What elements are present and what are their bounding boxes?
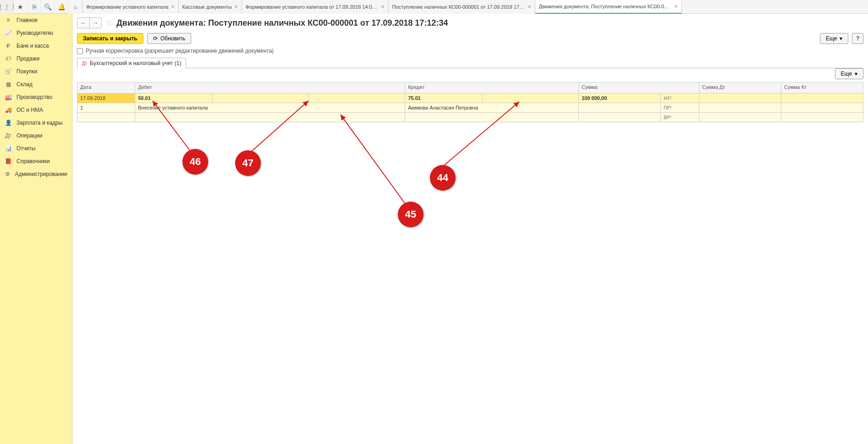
grid-more-button[interactable]: Еще ▾ <box>835 68 863 79</box>
manual-edit-label: Ручная корректировка (разрешает редактир… <box>86 48 274 54</box>
tab-2[interactable]: Формирование уставного капитала от 17.09… <box>242 0 389 14</box>
ruble-icon: ₽ <box>5 43 12 49</box>
cell-sum[interactable]: 100 000,00 <box>579 93 661 103</box>
annotation-47: 47 <box>235 150 261 176</box>
entries-table: Дата Дебет Кредит Сумма Сумма Дт Сумма К… <box>77 82 863 122</box>
sidebar-item-admin[interactable]: ⚙Администрирование <box>0 168 72 181</box>
factory-icon: 🏭 <box>5 94 12 100</box>
bell-icon[interactable]: 🔔 <box>55 0 69 14</box>
save-close-button[interactable]: Записать и закрыть <box>77 33 143 44</box>
page-title: Движения документа: Поступление наличных… <box>116 18 448 28</box>
star-icon[interactable]: ★ <box>14 0 27 14</box>
cart-icon: 🛒 <box>5 68 12 75</box>
sidebar-item-assets[interactable]: 🚚ОС и НМА <box>0 104 72 116</box>
favorite-star-icon[interactable]: ☆ <box>105 18 113 28</box>
book-icon: 📕 <box>5 158 12 164</box>
help-button[interactable]: ? <box>852 33 863 44</box>
tab-4[interactable]: Движения документа: Поступление наличных… <box>535 0 682 14</box>
menu-icon: ≡ <box>5 17 12 23</box>
sidebar-item-reports[interactable]: 📊Отчеты <box>0 142 72 155</box>
close-icon[interactable]: × <box>528 4 531 10</box>
refresh-icon: ⟳ <box>153 35 158 42</box>
annotation-45: 45 <box>398 202 423 227</box>
table-row[interactable]: ВР: <box>77 113 863 122</box>
forward-button[interactable]: → <box>89 18 101 28</box>
sidebar: ≡Главное 📈Руководителю ₽Банк и касса 🏷Пр… <box>0 14 72 444</box>
sidebar-item-operations[interactable]: ДтОперации <box>0 129 72 142</box>
tab-0[interactable]: Формирование уставного капитала× <box>82 0 179 14</box>
dtkt-small-icon: Дт <box>82 61 87 66</box>
table-row[interactable]: 17.09.2018 50.01 75.01 100 000,00 НУ: <box>77 93 863 103</box>
cell-vr: ВР: <box>661 113 699 122</box>
window-tabs: ⌂ Формирование уставного капитала× Кассо… <box>69 0 868 14</box>
cell-index: 1 <box>77 103 135 113</box>
chevron-down-icon: ▾ <box>855 71 857 77</box>
sidebar-item-salary[interactable]: 👤Зарплата и кадры <box>0 116 72 129</box>
table-row[interactable]: 1 Внесение уставного капитала Акимова Ан… <box>77 103 863 113</box>
chevron-down-icon: ▾ <box>840 35 842 42</box>
accounting-tab[interactable]: Дт Бухгалтерский и налоговый учет (1) <box>77 58 186 68</box>
dtkt-icon: Дт <box>5 132 12 139</box>
cell-credit-acc[interactable]: 75.01 <box>405 93 482 103</box>
sidebar-item-sales[interactable]: 🏷Продажи <box>0 52 72 65</box>
sidebar-item-main[interactable]: ≡Главное <box>0 14 72 27</box>
clipboard-icon[interactable]: ⎘ <box>27 0 41 14</box>
truck-icon: 🚚 <box>5 107 12 113</box>
nav-buttons: ← → <box>77 17 102 28</box>
grid-icon: ▦ <box>5 81 12 88</box>
cell-debit-acc[interactable]: 50.01 <box>135 93 212 103</box>
top-toolbar: ⋮⋮⋮ ★ ⎘ 🔍 🔔 ⌂ Формирование уставного кап… <box>0 0 868 14</box>
sidebar-item-production[interactable]: 🏭Производство <box>0 91 72 104</box>
gear-icon: ⚙ <box>5 171 11 177</box>
cell-credit-desc[interactable]: Акимова Анастасия Петровна <box>405 103 579 113</box>
refresh-button[interactable]: ⟳Обновить <box>147 33 191 44</box>
col-debit[interactable]: Дебет <box>135 82 405 93</box>
col-credit[interactable]: Кредит <box>405 82 579 93</box>
person-icon: 👤 <box>5 120 12 126</box>
close-icon[interactable]: × <box>235 4 238 10</box>
sidebar-item-catalogs[interactable]: 📕Справочники <box>0 155 72 168</box>
back-button[interactable]: ← <box>77 18 89 28</box>
cell-nu: НУ: <box>661 93 699 103</box>
tag-icon: 🏷 <box>5 55 12 62</box>
svg-line-2 <box>341 115 407 206</box>
more-button[interactable]: Еще ▾ <box>820 33 848 44</box>
col-sum-kt[interactable]: Сумма Кт <box>781 82 863 93</box>
cell-date[interactable]: 17.09.2018 <box>77 93 135 103</box>
close-icon[interactable]: × <box>675 3 678 10</box>
sidebar-item-purchases[interactable]: 🛒Покупки <box>0 65 72 78</box>
sidebar-item-manager[interactable]: 📈Руководителю <box>0 27 72 39</box>
search-icon[interactable]: 🔍 <box>41 0 55 14</box>
sidebar-item-bank[interactable]: ₽Банк и касса <box>0 39 72 52</box>
col-sum[interactable]: Сумма <box>579 82 699 93</box>
close-icon[interactable]: × <box>381 4 385 10</box>
tab-1[interactable]: Кассовые документы× <box>179 0 242 14</box>
tab-3[interactable]: Поступление наличных КС00-000001 от 17.0… <box>389 0 535 14</box>
cell-debit-desc[interactable]: Внесение уставного капитала <box>135 103 405 113</box>
apps-icon[interactable]: ⋮⋮⋮ <box>0 0 14 14</box>
col-sum-dt[interactable]: Сумма Дт <box>699 82 781 93</box>
col-date[interactable]: Дата <box>77 82 135 93</box>
annotation-44: 44 <box>430 165 456 191</box>
chart-icon: 📈 <box>5 30 12 36</box>
sidebar-item-stock[interactable]: ▦Склад <box>0 78 72 91</box>
bars-icon: 📊 <box>5 145 12 152</box>
close-icon[interactable]: × <box>171 4 175 10</box>
content-area: ← → ☆ Движения документа: Поступление на… <box>72 14 868 444</box>
home-tab[interactable]: ⌂ <box>69 0 82 14</box>
manual-edit-checkbox[interactable] <box>77 48 83 54</box>
annotation-46: 46 <box>182 149 208 175</box>
cell-pr: ПР: <box>661 103 699 113</box>
